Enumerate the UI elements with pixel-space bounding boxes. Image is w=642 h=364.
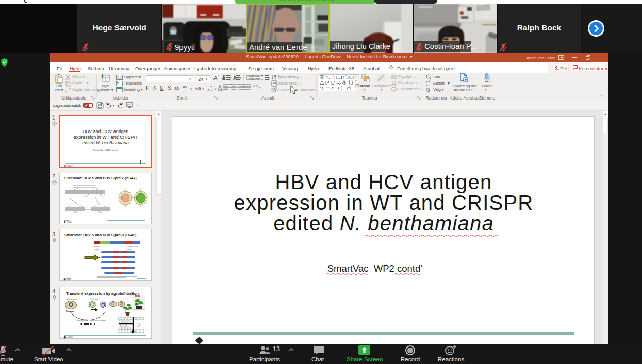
svg-text:A: A [321, 76, 323, 79]
svg-text:3: 3 [234, 78, 235, 80]
svg-text:c: c [428, 84, 430, 87]
svg-text:a: a [425, 84, 427, 87]
svg-text:A: A [274, 74, 277, 78]
